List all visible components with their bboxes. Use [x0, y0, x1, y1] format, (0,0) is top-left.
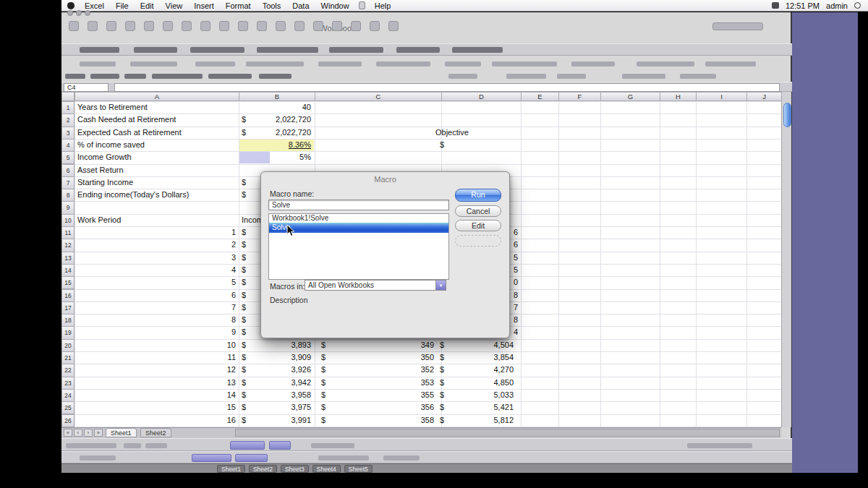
tab-scroll-arrow[interactable]: « — [64, 429, 72, 437]
apple-icon[interactable] — [67, 2, 75, 9]
cell[interactable]: $ — [440, 139, 448, 151]
dropdown-arrow-icon[interactable]: ▾ — [435, 281, 446, 290]
row-header-21[interactable]: 21 — [61, 351, 75, 364]
cell[interactable]: 356 — [383, 401, 434, 414]
cell[interactable]: $ — [321, 364, 330, 376]
cell[interactable]: Asset Return — [77, 164, 240, 176]
view-button[interactable] — [230, 441, 265, 450]
row-header-23[interactable]: 23 — [61, 377, 75, 390]
cell[interactable]: $ — [242, 339, 250, 351]
cell[interactable]: $ — [242, 114, 250, 126]
column-header-G[interactable]: G — [600, 92, 660, 101]
macros-in-dropdown[interactable]: All Open Workbooks ▾ — [305, 280, 446, 291]
cell[interactable]: $ — [242, 414, 250, 427]
script-menu-icon[interactable] — [359, 1, 365, 9]
gallery-tab[interactable] — [396, 47, 440, 53]
cell[interactable]: $ — [242, 239, 250, 251]
cell[interactable]: $ — [321, 401, 330, 414]
cell[interactable]: 352 — [383, 364, 434, 376]
name-box[interactable]: C4 — [64, 83, 109, 92]
ribbon-button[interactable] — [448, 74, 477, 79]
cell[interactable]: 3,942 — [250, 377, 311, 389]
macro-list[interactable]: Workbook1!SolveSolve — [268, 213, 449, 280]
sheet-tab-sheet1[interactable]: Sheet1 — [106, 428, 137, 437]
cell[interactable]: 5,033 — [456, 389, 514, 401]
cell[interactable]: $ — [440, 377, 448, 389]
toolbar-icon[interactable] — [219, 21, 229, 31]
menu-item-help[interactable]: Help — [369, 0, 397, 12]
cell[interactable]: $ — [242, 301, 250, 314]
cell[interactable]: Starting Income — [77, 176, 240, 189]
ribbon-button[interactable] — [124, 74, 146, 79]
cell[interactable]: 13 — [190, 377, 236, 389]
row-header-10[interactable]: 10 — [61, 214, 75, 227]
cell[interactable]: $ — [242, 401, 250, 414]
ribbon-button[interactable] — [680, 74, 716, 79]
cell[interactable]: 9 — [190, 326, 236, 338]
cell[interactable]: Cash Needed at Retirement — [77, 114, 240, 126]
cell[interactable]: 358 — [383, 414, 434, 427]
cell[interactable]: % of income saved — [77, 139, 240, 151]
row-header-5[interactable]: 5 — [61, 151, 75, 164]
cell[interactable]: $ — [242, 264, 250, 276]
formula-input[interactable] — [114, 83, 780, 92]
edit-button[interactable]: Edit — [455, 220, 501, 231]
zoom-control[interactable] — [712, 22, 763, 30]
cell[interactable]: Objective — [435, 127, 493, 139]
row-header-8[interactable]: 8 — [61, 189, 75, 202]
row-header-19[interactable]: 19 — [61, 326, 75, 339]
toolbar-icon[interactable] — [144, 21, 154, 31]
toolbar-icon[interactable] — [200, 21, 210, 31]
status-link[interactable] — [192, 454, 231, 462]
toolbar-icon[interactable] — [125, 21, 135, 31]
column-header-A[interactable]: A — [75, 92, 239, 101]
row-header-20[interactable]: 20 — [61, 339, 75, 352]
row-header-17[interactable]: 17 — [61, 301, 75, 314]
cell[interactable]: $ — [440, 351, 448, 364]
ribbon-button[interactable] — [152, 74, 203, 79]
cell[interactable]: 7 — [190, 301, 236, 314]
row-header-3[interactable]: 3 — [61, 127, 75, 140]
cell[interactable]: $ — [440, 339, 448, 351]
cell[interactable]: 14 — [190, 389, 236, 401]
cell[interactable]: 3,926 — [250, 364, 311, 376]
cell[interactable]: 6 — [190, 289, 236, 301]
row-header-25[interactable]: 25 — [61, 401, 75, 414]
gallery-tab[interactable] — [134, 47, 177, 53]
ribbon-button[interactable] — [90, 74, 119, 79]
cell[interactable]: $ — [242, 176, 250, 189]
battery-icon[interactable] — [772, 2, 779, 9]
macro-list-item[interactable]: Workbook1!Solve — [269, 214, 448, 223]
cell[interactable]: 3,893 — [250, 339, 311, 351]
cell[interactable]: 5,812 — [456, 414, 514, 427]
cell[interactable]: 2,022,720 — [250, 127, 311, 139]
mini-sheet-tab-sheet2[interactable]: Sheet2 — [249, 465, 277, 473]
cell[interactable]: 16 — [190, 414, 236, 427]
toolbar-icon[interactable] — [276, 21, 286, 31]
column-header-E[interactable]: E — [521, 92, 559, 101]
cell[interactable]: 5 — [190, 276, 236, 288]
row-header-18[interactable]: 18 — [61, 314, 75, 327]
cell[interactable]: $ — [242, 276, 250, 288]
mini-sheet-tab-sheet5[interactable]: Sheet5 — [344, 465, 373, 473]
cell[interactable]: 353 — [383, 377, 434, 389]
cell[interactable]: $ — [321, 339, 330, 351]
tab-scroll-arrow[interactable]: › — [84, 429, 93, 437]
status-link[interactable] — [235, 454, 268, 462]
menu-item-edit[interactable]: Edit — [135, 0, 160, 12]
cell[interactable]: 5% — [250, 151, 311, 163]
cell[interactable]: $ — [242, 389, 250, 401]
cell[interactable]: $ — [321, 389, 330, 401]
cell[interactable]: 349 — [383, 339, 434, 351]
mini-sheet-tab-sheet1[interactable]: Sheet1 — [217, 465, 245, 473]
cell[interactable]: 4 — [190, 264, 236, 276]
cell[interactable]: Expected Cash at Retirement — [77, 127, 240, 139]
vertical-scroll-thumb[interactable] — [783, 103, 791, 127]
user-menu[interactable]: admin — [826, 1, 848, 10]
run-button[interactable]: Run — [455, 189, 501, 202]
toolbar-icon[interactable] — [238, 21, 248, 31]
menu-item-window[interactable]: Window — [315, 0, 355, 12]
ribbon-button[interactable] — [557, 74, 586, 79]
cell[interactable]: $ — [242, 351, 250, 364]
column-header-F[interactable]: F — [558, 92, 601, 101]
